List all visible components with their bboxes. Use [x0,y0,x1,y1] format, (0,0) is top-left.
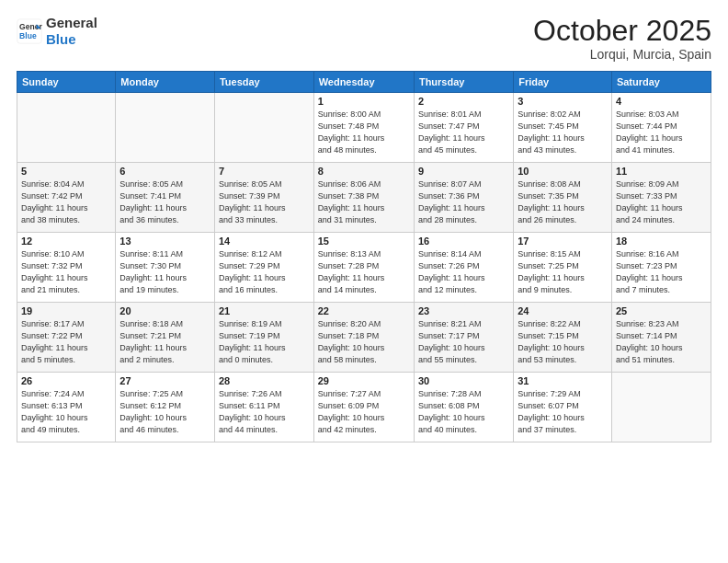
day-number: 19 [21,305,111,316]
day-number: 21 [219,305,310,316]
day-info: Sunrise: 7:27 AM Sunset: 6:09 PM Dayligh… [318,388,410,436]
logo-icon: General Blue [17,18,42,44]
calendar-table: SundayMondayTuesdayWednesdayThursdayFrid… [17,71,711,442]
weekday-header-monday: Monday [116,72,215,93]
calendar-cell: 24Sunrise: 8:22 AM Sunset: 7:15 PM Dayli… [514,303,612,373]
day-number: 2 [418,96,509,107]
calendar-cell [17,93,116,163]
day-info: Sunrise: 8:18 AM Sunset: 7:21 PM Dayligh… [119,318,210,366]
calendar-cell: 5Sunrise: 8:04 AM Sunset: 7:42 PM Daylig… [17,163,116,233]
day-number: 23 [418,305,509,316]
day-info: Sunrise: 8:19 AM Sunset: 7:19 PM Dayligh… [219,318,310,366]
calendar-cell: 4Sunrise: 8:03 AM Sunset: 7:44 PM Daylig… [611,93,711,163]
day-info: Sunrise: 8:06 AM Sunset: 7:38 PM Dayligh… [318,178,410,226]
day-info: Sunrise: 8:22 AM Sunset: 7:15 PM Dayligh… [518,318,608,366]
svg-text:Blue: Blue [19,31,37,40]
day-info: Sunrise: 8:08 AM Sunset: 7:35 PM Dayligh… [518,178,608,226]
week-row-3: 12Sunrise: 8:10 AM Sunset: 7:32 PM Dayli… [17,233,711,303]
day-info: Sunrise: 8:16 AM Sunset: 7:23 PM Dayligh… [616,248,707,296]
day-number: 7 [219,166,310,177]
day-info: Sunrise: 8:05 AM Sunset: 7:39 PM Dayligh… [219,178,310,226]
header: General Blue General Blue October 2025 L… [17,15,711,62]
logo: General Blue General Blue [17,15,97,48]
day-number: 24 [518,305,608,316]
calendar-cell: 2Sunrise: 8:01 AM Sunset: 7:47 PM Daylig… [414,93,513,163]
calendar-cell: 18Sunrise: 8:16 AM Sunset: 7:23 PM Dayli… [611,233,711,303]
calendar-cell: 14Sunrise: 8:12 AM Sunset: 7:29 PM Dayli… [214,233,313,303]
calendar-cell: 7Sunrise: 8:05 AM Sunset: 7:39 PM Daylig… [214,163,313,233]
calendar-cell: 8Sunrise: 8:06 AM Sunset: 7:38 PM Daylig… [313,163,414,233]
month-title: October 2025 [533,15,711,47]
weekday-header-sunday: Sunday [17,72,116,93]
calendar-cell: 25Sunrise: 8:23 AM Sunset: 7:14 PM Dayli… [611,303,711,373]
weekday-header-saturday: Saturday [611,72,711,93]
calendar-cell: 9Sunrise: 8:07 AM Sunset: 7:36 PM Daylig… [414,163,513,233]
day-info: Sunrise: 7:25 AM Sunset: 6:12 PM Dayligh… [119,388,210,436]
calendar-cell: 29Sunrise: 7:27 AM Sunset: 6:09 PM Dayli… [313,373,414,442]
day-info: Sunrise: 8:00 AM Sunset: 7:48 PM Dayligh… [318,109,410,156]
day-number: 22 [318,305,410,316]
title-block: October 2025 Lorqui, Murcia, Spain [533,15,711,62]
weekday-header-friday: Friday [514,72,612,93]
day-info: Sunrise: 7:24 AM Sunset: 6:13 PM Dayligh… [21,388,111,436]
day-info: Sunrise: 8:05 AM Sunset: 7:41 PM Dayligh… [119,178,210,226]
day-number: 16 [418,236,509,247]
location-title: Lorqui, Murcia, Spain [533,47,711,62]
calendar-cell: 21Sunrise: 8:19 AM Sunset: 7:19 PM Dayli… [214,303,313,373]
calendar-cell: 23Sunrise: 8:21 AM Sunset: 7:17 PM Dayli… [414,303,513,373]
week-row-4: 19Sunrise: 8:17 AM Sunset: 7:22 PM Dayli… [17,303,711,373]
day-number: 20 [119,305,210,316]
day-number: 18 [616,236,707,247]
day-number: 10 [518,166,608,177]
logo-general: General [46,15,97,31]
calendar-cell: 11Sunrise: 8:09 AM Sunset: 7:33 PM Dayli… [611,163,711,233]
calendar-cell: 6Sunrise: 8:05 AM Sunset: 7:41 PM Daylig… [116,163,215,233]
calendar-cell: 22Sunrise: 8:20 AM Sunset: 7:18 PM Dayli… [313,303,414,373]
day-info: Sunrise: 8:21 AM Sunset: 7:17 PM Dayligh… [418,318,509,366]
day-info: Sunrise: 8:09 AM Sunset: 7:33 PM Dayligh… [616,178,707,226]
calendar-cell [611,373,711,442]
day-number: 15 [318,236,410,247]
calendar-cell: 31Sunrise: 7:29 AM Sunset: 6:07 PM Dayli… [514,373,612,442]
calendar-cell: 13Sunrise: 8:11 AM Sunset: 7:30 PM Dayli… [116,233,215,303]
day-number: 12 [21,236,111,247]
day-number: 27 [119,375,210,386]
day-number: 25 [616,305,707,316]
weekday-header-wednesday: Wednesday [313,72,414,93]
day-number: 30 [418,375,509,386]
calendar-cell: 30Sunrise: 7:28 AM Sunset: 6:08 PM Dayli… [414,373,513,442]
day-info: Sunrise: 8:15 AM Sunset: 7:25 PM Dayligh… [518,248,608,296]
calendar-cell: 10Sunrise: 8:08 AM Sunset: 7:35 PM Dayli… [514,163,612,233]
day-number: 29 [318,375,410,386]
day-info: Sunrise: 7:26 AM Sunset: 6:11 PM Dayligh… [219,388,310,436]
day-number: 8 [318,166,410,177]
day-info: Sunrise: 8:12 AM Sunset: 7:29 PM Dayligh… [219,248,310,296]
day-number: 26 [21,375,111,386]
week-row-1: 1Sunrise: 8:00 AM Sunset: 7:48 PM Daylig… [17,93,711,163]
logo-blue: Blue [46,31,97,48]
calendar-cell: 3Sunrise: 8:02 AM Sunset: 7:45 PM Daylig… [514,93,612,163]
calendar-cell: 16Sunrise: 8:14 AM Sunset: 7:26 PM Dayli… [414,233,513,303]
calendar-cell [214,93,313,163]
day-info: Sunrise: 8:10 AM Sunset: 7:32 PM Dayligh… [21,248,111,296]
day-info: Sunrise: 8:02 AM Sunset: 7:45 PM Dayligh… [518,109,608,156]
calendar-cell: 19Sunrise: 8:17 AM Sunset: 7:22 PM Dayli… [17,303,116,373]
day-info: Sunrise: 8:14 AM Sunset: 7:26 PM Dayligh… [418,248,509,296]
day-info: Sunrise: 8:23 AM Sunset: 7:14 PM Dayligh… [616,318,707,366]
week-row-5: 26Sunrise: 7:24 AM Sunset: 6:13 PM Dayli… [17,373,711,442]
calendar-cell: 15Sunrise: 8:13 AM Sunset: 7:28 PM Dayli… [313,233,414,303]
day-number: 31 [518,375,608,386]
day-info: Sunrise: 8:11 AM Sunset: 7:30 PM Dayligh… [119,248,210,296]
day-info: Sunrise: 7:28 AM Sunset: 6:08 PM Dayligh… [418,388,509,436]
calendar-cell: 20Sunrise: 8:18 AM Sunset: 7:21 PM Dayli… [116,303,215,373]
day-number: 9 [418,166,509,177]
calendar-cell: 28Sunrise: 7:26 AM Sunset: 6:11 PM Dayli… [214,373,313,442]
week-row-2: 5Sunrise: 8:04 AM Sunset: 7:42 PM Daylig… [17,163,711,233]
day-number: 17 [518,236,608,247]
day-number: 6 [119,166,210,177]
day-info: Sunrise: 8:20 AM Sunset: 7:18 PM Dayligh… [318,318,410,366]
weekday-header-row: SundayMondayTuesdayWednesdayThursdayFrid… [17,72,711,93]
day-number: 28 [219,375,310,386]
calendar-cell: 27Sunrise: 7:25 AM Sunset: 6:12 PM Dayli… [116,373,215,442]
day-info: Sunrise: 8:13 AM Sunset: 7:28 PM Dayligh… [318,248,410,296]
